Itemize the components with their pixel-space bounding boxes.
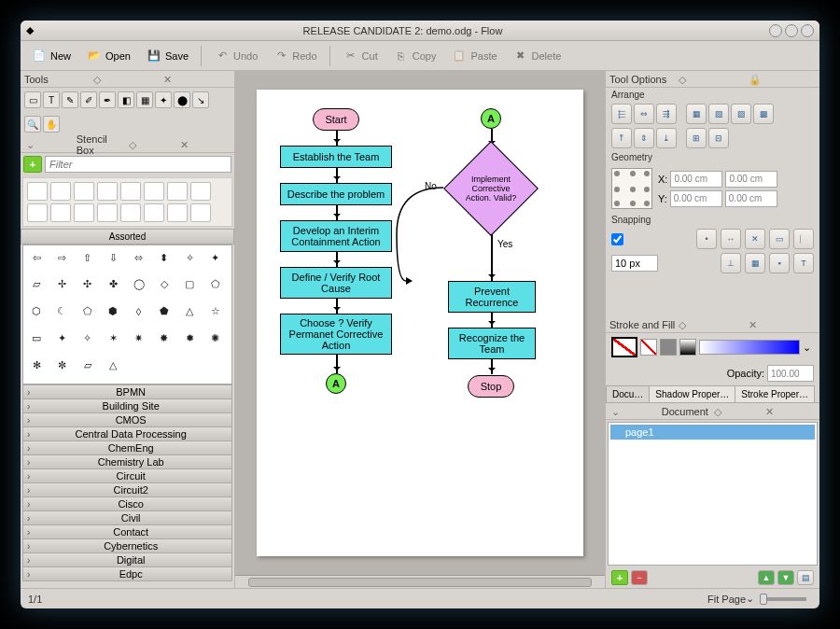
anchor-selector[interactable] <box>611 168 652 209</box>
shape-item[interactable]: ✸ <box>155 329 174 346</box>
shape-item[interactable]: ⇨ <box>52 249 71 266</box>
new-button[interactable]: 📄New <box>24 44 77 68</box>
undo-button[interactable]: ↶Undo <box>207 44 264 68</box>
page-item[interactable]: page1 <box>610 425 815 440</box>
tool-pan[interactable]: ✋ <box>43 116 60 133</box>
shape-item[interactable]: ✻ <box>27 356 46 373</box>
collection-item[interactable] <box>144 182 164 201</box>
stencil-category-item[interactable]: Circuit2 <box>22 482 232 497</box>
no-fill-button[interactable] <box>640 339 657 356</box>
panel-close-icon[interactable]: ✕ <box>749 319 816 330</box>
flowchart-process-6[interactable]: Prevent Recurrence <box>448 281 536 313</box>
collection-item[interactable] <box>27 182 48 201</box>
stencil-category-item[interactable]: Central Data Processing <box>22 426 232 441</box>
snap-pixel-button[interactable]: ▪ <box>769 253 790 273</box>
tab-stroke[interactable]: Stroke Proper… <box>735 385 815 402</box>
collection-item[interactable] <box>27 203 48 222</box>
color-slider[interactable] <box>699 340 800 355</box>
tool-pencil[interactable]: ✐ <box>80 91 97 108</box>
flowchart-process-4[interactable]: Define / Verify Root Cause <box>280 267 392 299</box>
stencil-category-item[interactable]: Edpc <box>22 566 232 581</box>
shape-item[interactable]: ⬟ <box>155 303 174 320</box>
flow-arrow[interactable] <box>336 131 338 146</box>
flowchart-connector-a2[interactable]: A <box>481 108 501 129</box>
fill-swatch[interactable] <box>611 337 637 357</box>
flowchart-process-2[interactable]: Describe the problem <box>280 183 392 205</box>
width-input[interactable] <box>725 171 777 188</box>
shape-item[interactable]: ◊ <box>130 303 148 320</box>
stencil-category-item[interactable]: Circuit <box>22 468 232 483</box>
snap-intersect-button[interactable]: ✕ <box>745 229 765 249</box>
shape-item[interactable]: ◇ <box>155 276 174 293</box>
shape-item[interactable]: ⇩ <box>104 249 122 266</box>
shape-item[interactable]: △ <box>180 303 199 320</box>
bring-front-button[interactable]: ▦ <box>686 104 707 124</box>
shape-item[interactable]: ▱ <box>78 356 97 373</box>
collection-item[interactable] <box>74 182 94 201</box>
collection-item[interactable] <box>120 203 141 222</box>
tool-connector[interactable]: ↘ <box>192 91 209 108</box>
snap-bbox-button[interactable]: ▭ <box>769 229 790 249</box>
shape-item[interactable]: ✦ <box>52 329 71 346</box>
flowchart-process-5[interactable]: Choose ? Verify Permanet Corrective Acti… <box>280 314 392 355</box>
shape-item[interactable]: ✹ <box>180 329 199 346</box>
redo-button[interactable]: ↷Redo <box>266 44 323 68</box>
align-middle-button[interactable]: ⇕ <box>634 128 654 148</box>
tool-select[interactable]: ▭ <box>24 91 41 108</box>
shape-item[interactable]: ⬄ <box>130 249 148 266</box>
add-page-button[interactable]: + <box>611 570 628 585</box>
raise-button[interactable]: ▧ <box>708 104 729 124</box>
panel-float-icon[interactable]: ◇ <box>129 139 179 150</box>
cut-button[interactable]: ✂Cut <box>336 44 385 68</box>
tool-effects[interactable]: ✦ <box>155 91 172 108</box>
snap-ortho-button[interactable]: ⊥ <box>721 253 741 273</box>
copy-button[interactable]: ⎘Copy <box>386 44 443 68</box>
stencil-category-item[interactable]: Chemistry Lab <box>22 454 232 469</box>
remove-page-button[interactable]: − <box>631 570 648 585</box>
stencil-category-item[interactable]: CMOS <box>22 412 232 427</box>
panel-float-icon[interactable]: ◇ <box>679 74 746 85</box>
titlebar[interactable]: ◆ RELEASE CANDIDATE 2: demo.odg - Flow <box>21 21 819 41</box>
collection-item[interactable] <box>97 182 118 201</box>
tool-record[interactable]: ⬤ <box>174 91 190 108</box>
height-input[interactable] <box>725 190 777 207</box>
shape-item[interactable]: ⬢ <box>104 303 122 320</box>
canvas-scroll[interactable]: Start Establish the Team Describe the pr… <box>235 71 605 575</box>
minimize-button[interactable] <box>769 24 782 37</box>
snap-distance-input[interactable] <box>611 255 658 272</box>
panel-float-icon[interactable]: ◇ <box>679 319 746 330</box>
stencil-category-item[interactable]: ChemEng <box>22 440 232 455</box>
delete-button[interactable]: ✖Delete <box>506 44 568 68</box>
collection-item[interactable] <box>167 203 188 222</box>
tab-shadow[interactable]: Shadow Proper… <box>649 385 735 402</box>
shape-item[interactable]: ✷ <box>130 329 148 346</box>
shape-item[interactable]: ☾ <box>52 303 71 320</box>
shape-item[interactable]: ✢ <box>52 276 71 293</box>
collection-item[interactable] <box>144 203 164 222</box>
chevron-down-icon[interactable]: ⌄ <box>26 139 77 150</box>
gradient-fill-button[interactable] <box>679 339 696 356</box>
stencil-filter-input[interactable] <box>45 156 231 173</box>
send-back-button[interactable]: ▩ <box>753 104 774 124</box>
shape-item[interactable]: ☆ <box>206 303 225 320</box>
flowchart-process-1[interactable]: Establish the Team <box>280 146 392 168</box>
flow-arrow[interactable] <box>336 299 338 314</box>
panel-close-icon[interactable]: ✕ <box>765 406 816 417</box>
add-stencil-button[interactable]: + <box>23 156 42 173</box>
opacity-input[interactable] <box>767 365 814 382</box>
flowchart-start[interactable]: Start <box>313 108 359 131</box>
flow-arrow[interactable] <box>491 359 493 374</box>
align-bottom-button[interactable]: ⤓ <box>656 128 677 148</box>
snap-baseline-button[interactable]: T <box>793 253 814 273</box>
stencil-category-item[interactable]: Cisco <box>22 496 232 511</box>
tool-path[interactable]: ✎ <box>62 91 78 108</box>
shape-item[interactable]: ⬡ <box>27 303 46 320</box>
flow-arrow[interactable] <box>491 313 493 328</box>
move-up-button[interactable]: ▲ <box>758 570 775 585</box>
shape-item[interactable]: ⇧ <box>78 249 97 266</box>
shape-item[interactable]: ⬠ <box>78 303 97 320</box>
flow-arrow[interactable] <box>336 205 338 220</box>
snap-ext-button[interactable]: ↔ <box>721 229 741 249</box>
paste-button[interactable]: 📋Paste <box>444 44 503 68</box>
stencil-categories[interactable]: BPMNBuilding SiteCMOSCentral Data Proces… <box>22 384 232 588</box>
